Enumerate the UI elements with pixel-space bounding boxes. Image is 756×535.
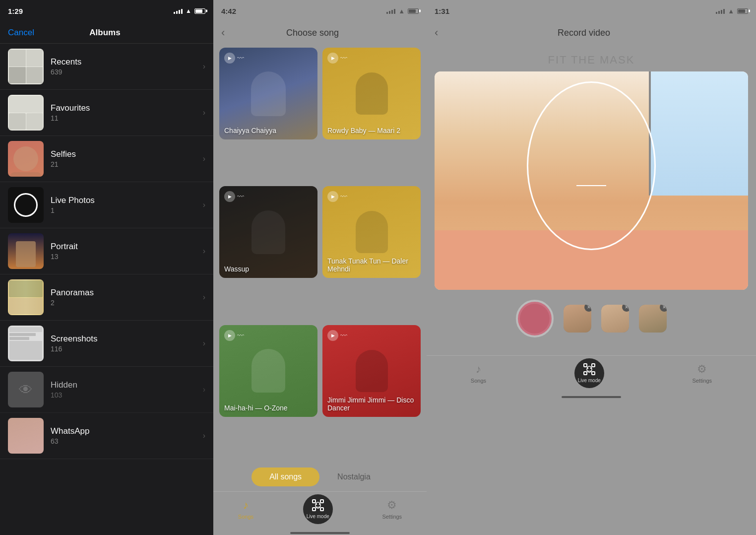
album-count-hidden: 103	[51, 391, 77, 399]
cancel-button[interactable]: Cancel	[8, 28, 34, 38]
svg-rect-10	[592, 372, 595, 375]
nose-line	[576, 185, 606, 186]
song-title-tunak: Tunak Tunak Tun — Daler Mehndi	[327, 257, 416, 273]
play-icon-wassup[interactable]: ▶	[224, 191, 235, 202]
album-name-whatsapp: WhatsApp	[51, 426, 89, 436]
filter-all-songs[interactable]: All songs	[252, 468, 319, 486]
home-indicator-songs	[213, 531, 427, 535]
signal-icon-songs	[386, 8, 395, 14]
svg-rect-3	[320, 508, 323, 511]
album-name-favourites: Favourites	[51, 103, 90, 113]
svg-rect-1	[320, 500, 323, 503]
tab-settings-songs[interactable]: ⚙ Settings	[382, 499, 402, 520]
album-thumb-portrait	[8, 233, 44, 269]
album-item-recents[interactable]: Recents 639 ›	[0, 44, 213, 90]
back-button-record[interactable]: ‹	[435, 26, 449, 39]
bottom-tabs-record: ♪ Songs Live mode ⚙ Settings	[427, 355, 756, 395]
album-count-whatsapp: 63	[51, 437, 89, 445]
album-item-screenshots[interactable]: Screenshots 116 ›	[0, 321, 213, 367]
chevron-icon-hidden: ›	[203, 385, 205, 394]
face-scan-icon-record	[583, 363, 596, 376]
music-icon-record: ♪	[476, 363, 481, 376]
song-card-rowdy[interactable]: ▶ 〰 Rowdy Baby — Maari 2	[322, 48, 421, 139]
album-count-portrait: 13	[51, 253, 78, 261]
album-name-panoramas: Panoramas	[51, 288, 94, 298]
nav-bar-songs: ‹ Choose song	[213, 22, 427, 44]
svg-rect-0	[313, 500, 315, 503]
tab-live-mode-record-label: Live mode	[578, 378, 601, 383]
play-icon-jimmi[interactable]: ▶	[327, 330, 338, 341]
album-thumb-live-photos	[8, 187, 44, 223]
songs-grid[interactable]: ▶ 〰 Chaiyya Chaiyya ▶ 〰 Rowdy Baby — Maa…	[213, 44, 427, 463]
play-icon-maihahi[interactable]: ▶	[224, 330, 235, 341]
song-title-maihahi: Mai-ha-hi — O-Zone	[224, 404, 313, 412]
album-item-live-photos[interactable]: Live Photos 1 ›	[0, 182, 213, 228]
album-item-favourites[interactable]: Favourites 11 ›	[0, 90, 213, 136]
album-item-hidden[interactable]: 👁 Hidden 103 ›	[0, 367, 213, 413]
signal-icon	[174, 8, 183, 14]
filter-nostalgia[interactable]: Nostalgia	[319, 468, 388, 486]
tab-settings-record[interactable]: ⚙ Settings	[692, 363, 712, 384]
nav-bar-record: ‹ Record video	[427, 22, 756, 44]
tab-songs-label: Songs	[238, 514, 253, 520]
tab-live-mode[interactable]: Live mode	[303, 494, 333, 524]
status-icons-record: ▲	[716, 7, 748, 15]
svg-point-6	[319, 504, 320, 505]
song-card-chaiyya[interactable]: ▶ 〰 Chaiyya Chaiyya	[219, 48, 317, 139]
album-name-selfies: Selfies	[51, 149, 76, 159]
song-card-maihahi[interactable]: ▶ 〰 Mai-ha-hi — O-Zone	[219, 325, 317, 417]
album-name-portrait: Portrait	[51, 242, 78, 252]
chevron-icon-selfies: ›	[203, 154, 205, 163]
song-card-jimmi[interactable]: ▶ 〰 Jimmi Jimmi Jimmi — Disco Dancer	[322, 325, 421, 417]
avatar-option-3[interactable]	[639, 305, 667, 333]
tab-songs[interactable]: ♪ Songs	[238, 499, 253, 520]
album-count-live-photos: 1	[51, 206, 95, 214]
status-icons-songs: ▲	[386, 7, 419, 15]
svg-point-5	[316, 504, 317, 505]
album-thumb-screenshots	[8, 326, 44, 361]
status-time-albums: 1:29	[8, 7, 23, 15]
face-oval	[527, 81, 656, 250]
play-icon-rowdy[interactable]: ▶	[327, 53, 338, 64]
record-button[interactable]	[516, 300, 554, 337]
controls-area	[427, 290, 756, 355]
chevron-icon-screenshots: ›	[203, 339, 205, 348]
song-card-tunak[interactable]: ▶ 〰 Tunak Tunak Tun — Daler Mehndi	[322, 186, 421, 278]
tab-live-mode-record[interactable]: Live mode	[574, 358, 604, 388]
tab-songs-record-label: Songs	[471, 378, 486, 384]
song-title-chaiyya: Chaiyya Chaiyya	[224, 127, 313, 134]
tab-settings-songs-label: Settings	[382, 514, 402, 520]
avatar-option-1[interactable]	[564, 305, 591, 333]
avatar-option-2[interactable]	[601, 305, 629, 333]
tab-songs-record[interactable]: ♪ Songs	[471, 363, 486, 384]
album-count-screenshots: 116	[51, 345, 98, 353]
music-icon: ♪	[243, 499, 249, 512]
song-card-wassup[interactable]: ▶ 〰 Wassup	[219, 186, 317, 278]
album-item-panoramas[interactable]: Panoramas 2 ›	[0, 274, 213, 321]
album-name-hidden: Hidden	[51, 380, 77, 390]
album-count-favourites: 11	[51, 114, 90, 122]
tab-settings-record-label: Settings	[692, 378, 712, 384]
battery-icon	[194, 8, 205, 14]
status-time-record: 1:31	[435, 7, 449, 15]
wifi-icon-record: ▲	[728, 7, 734, 15]
wifi-icon: ▲	[186, 7, 191, 14]
album-item-portrait[interactable]: Portrait 13 ›	[0, 228, 213, 274]
bottom-tabs-songs: ♪ Songs Live mode ⚙ Settings	[213, 491, 427, 531]
play-icon-tunak[interactable]: ▶	[327, 191, 338, 202]
album-thumb-selfies	[8, 141, 44, 177]
tab-live-mode-label: Live mode	[307, 514, 329, 519]
play-icon-chaiyya[interactable]: ▶	[224, 53, 235, 64]
status-time-songs: 4:42	[221, 7, 236, 15]
album-item-whatsapp[interactable]: WhatsApp 63 ›	[0, 413, 213, 459]
face-scan-icon	[312, 499, 324, 512]
albums-list[interactable]: Recents 639 › Favourites 11 ›	[0, 44, 213, 535]
svg-rect-9	[584, 372, 587, 375]
wave-icon-tunak: 〰	[340, 193, 347, 201]
back-button-songs[interactable]: ‹	[221, 26, 236, 39]
album-item-selfies[interactable]: Selfies 21 ›	[0, 136, 213, 182]
song-title-rowdy: Rowdy Baby — Maari 2	[327, 127, 416, 134]
svg-rect-2	[313, 508, 315, 511]
wave-icon-chaiyya: 〰	[237, 54, 244, 62]
songs-title: Choose song	[286, 28, 339, 38]
